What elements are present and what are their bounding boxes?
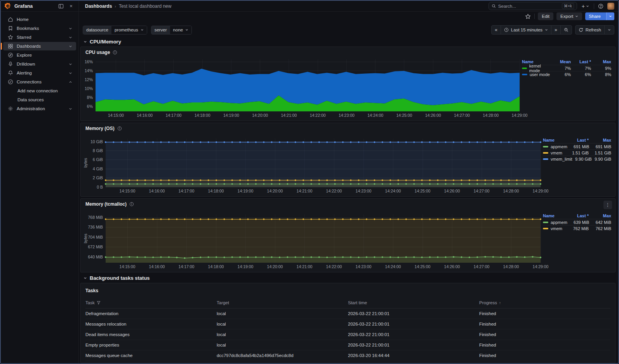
time-shift-forward-button[interactable]: »: [551, 26, 560, 34]
panel-header[interactable]: CPU usage: [81, 47, 615, 56]
column-header-target[interactable]: Target: [217, 298, 348, 309]
svg-text:14:23:00: 14:23:00: [356, 264, 372, 269]
add-new-button[interactable]: +: [580, 3, 591, 10]
svg-text:704 MiB: 704 MiB: [88, 235, 103, 239]
svg-text:16%: 16%: [85, 60, 93, 64]
sidebar-item-bookmarks[interactable]: Bookmarks: [3, 24, 76, 33]
main-content: Edit Export Share datasource: [79, 12, 618, 363]
column-header-start-time[interactable]: Start time: [348, 298, 479, 309]
panel-title: Memory (OS): [85, 126, 115, 131]
variable-server-value[interactable]: none: [170, 26, 192, 34]
legend-row-user-mode[interactable]: user mode 6% 6% 8%: [522, 71, 611, 77]
legend-row-vmem[interactable]: vmem 1.51 GiB 1.51 GiB: [543, 149, 611, 156]
svg-text:14:19:00: 14:19:00: [238, 189, 254, 193]
gear-icon: [8, 106, 13, 111]
svg-text:14:25:00: 14:25:00: [415, 264, 431, 269]
divider: [534, 14, 535, 19]
table-row: Messages relocation local 2026-03-22 21:…: [85, 319, 610, 329]
chevron-down-icon: [69, 36, 72, 39]
svg-text:14:20:00: 14:20:00: [267, 264, 283, 269]
svg-text:14:21:00: 14:21:00: [297, 264, 313, 269]
sidebar-item-connections[interactable]: Connections: [3, 78, 76, 86]
svg-text:14:24:00: 14:24:00: [385, 189, 401, 193]
legend-row-appmem[interactable]: appmem 639 MiB 642 MiB: [543, 219, 611, 225]
refresh-button[interactable]: Refresh: [576, 26, 604, 34]
svg-text:14:16:00: 14:16:00: [137, 113, 153, 118]
favorite-star-icon[interactable]: [524, 13, 531, 20]
edit-button[interactable]: Edit: [538, 12, 553, 20]
time-shift-back-button[interactable]: «: [492, 26, 501, 34]
svg-text:2 GiB: 2 GiB: [93, 175, 103, 180]
time-range-picker[interactable]: Last 15 minutes: [501, 26, 551, 34]
chevron-down-icon: [586, 5, 589, 8]
svg-text:14:15:00: 14:15:00: [108, 113, 124, 118]
svg-text:14:19:00: 14:19:00: [223, 113, 239, 118]
search-input[interactable]: Search... ⌘+k: [489, 2, 577, 10]
legend-row-vmem[interactable]: vmem 762 MiB 762 MiB: [543, 225, 611, 231]
svg-text:14:18:00: 14:18:00: [208, 189, 224, 193]
divider: [594, 3, 594, 9]
sidebar-item-alerting[interactable]: Alerting: [3, 69, 76, 77]
variable-server[interactable]: server none: [151, 26, 192, 35]
column-header-task[interactable]: Task: [85, 298, 217, 309]
panel-title: Tasks: [85, 286, 610, 298]
panel-header[interactable]: Memory (tcmalloc): [81, 199, 615, 208]
column-header-progress[interactable]: Progress ↑: [479, 298, 610, 309]
adapter-plug-icon: [8, 79, 13, 85]
sidebar-item-dashboards[interactable]: Dashboards: [3, 42, 76, 50]
user-avatar[interactable]: [607, 3, 614, 10]
svg-text:14:26:00: 14:26:00: [444, 264, 460, 269]
svg-text:14:24:00: 14:24:00: [367, 113, 383, 118]
dashboard-controls-row: datasource prometheus server none: [79, 24, 618, 35]
sidebar-item-data-sources[interactable]: Data sources: [3, 95, 76, 104]
time-zoom-out-button[interactable]: [560, 26, 572, 34]
memory-os-chart[interactable]: 0 B2 GiB4 GiB6 GiB8 GiB10 GiB14:15:0014:…: [83, 133, 543, 194]
chevron-down-icon: [185, 28, 188, 31]
refresh-interval-button[interactable]: [604, 26, 614, 34]
export-button[interactable]: Export: [556, 12, 582, 20]
svg-text:14:15:00: 14:15:00: [120, 264, 136, 269]
sidebar-item-administration[interactable]: Administration: [3, 104, 76, 113]
svg-text:768 MiB: 768 MiB: [88, 215, 103, 220]
help-icon[interactable]: [597, 3, 604, 10]
section-background-tasks[interactable]: Background tasks status: [79, 275, 618, 281]
svg-text:14:23:00: 14:23:00: [339, 113, 355, 118]
svg-text:14:27:00: 14:27:00: [454, 113, 470, 118]
star-icon: [8, 35, 13, 40]
info-icon[interactable]: [113, 50, 117, 55]
close-sidebar-icon[interactable]: ×: [68, 3, 75, 10]
chevron-down-icon: [83, 40, 87, 43]
tasks-table: Task Target Start time Progress ↑: [85, 298, 610, 361]
variable-datasource[interactable]: datasource prometheus: [83, 26, 147, 35]
info-icon[interactable]: [129, 202, 134, 206]
legend-row-appmem[interactable]: appmem 691 MiB 691 MiB: [543, 143, 611, 149]
svg-text:14:17:00: 14:17:00: [179, 189, 195, 193]
grafana-logo-icon: [5, 3, 11, 9]
sidebar-item-starred[interactable]: Starred: [3, 33, 76, 42]
panel-menu-button[interactable]: ⋮: [603, 201, 612, 209]
zoom-out-icon: [564, 28, 569, 32]
legend-row-vmem-limit[interactable]: vmem_limit 9.90 GiB 9.90 GiB: [543, 156, 611, 162]
time-controls: « Last 15 minutes »: [491, 25, 614, 35]
dock-sidebar-icon[interactable]: [57, 3, 64, 10]
cpu-chart[interactable]: 6%8%10%12%14%16%14:15:0014:16:0014:17:00…: [83, 57, 522, 118]
svg-text:14:24:00: 14:24:00: [385, 264, 401, 269]
sidebar-item-add-new-connection[interactable]: Add new connection: [3, 87, 76, 95]
info-icon[interactable]: [117, 126, 122, 131]
filter-icon[interactable]: [97, 301, 101, 305]
share-menu-button[interactable]: [606, 12, 614, 20]
memory-tcmalloc-chart[interactable]: 640 MiB672 MiB704 MiB736 MiB768 MiB14:15…: [83, 209, 543, 270]
breadcrumb-dashboards[interactable]: Dashboards: [85, 3, 112, 9]
sidebar-item-home[interactable]: Home: [3, 15, 76, 24]
refresh-icon: [579, 28, 583, 32]
sidebar-item-drilldown[interactable]: Drilldown: [3, 60, 76, 68]
chevron-down-icon: [608, 28, 611, 31]
variable-datasource-value[interactable]: prometheus: [111, 26, 147, 34]
section-cpu-memory[interactable]: CPU/Memory: [79, 38, 618, 45]
template-variables: datasource prometheus server none: [83, 26, 192, 35]
legend-row-kernel-mode[interactable]: kernel mode 7% 7% 9%: [522, 65, 611, 71]
sidebar-item-explore[interactable]: Explore: [3, 51, 76, 59]
panel-header[interactable]: Memory (OS): [81, 123, 615, 132]
chevron-down-icon: [69, 27, 72, 30]
share-button[interactable]: Share: [585, 12, 614, 20]
